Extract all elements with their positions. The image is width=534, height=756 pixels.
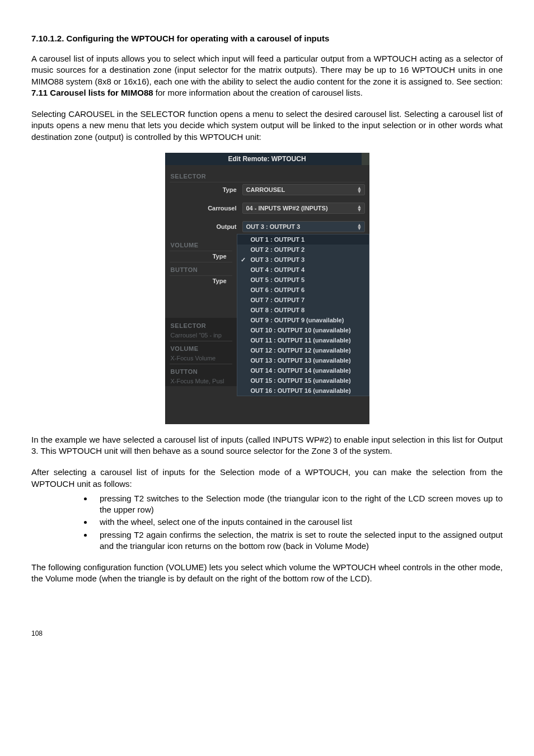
output-combo[interactable]: OUT 3 : OUTPUT 3 ▲▼ xyxy=(242,221,365,232)
p1-text-a: A carousel list of inputs allows you to … xyxy=(31,54,503,86)
p1-crossref: 7.11 Carousel lists for MIMO88 xyxy=(31,88,153,97)
section-head-selector: SELECTOR xyxy=(165,170,369,181)
volume-subtext: X-Focus Volume xyxy=(165,355,232,361)
dialog-titlebar: Edit Remote: WPTOUCH xyxy=(165,153,369,165)
list-item: pressing T2 switches to the Selection mo… xyxy=(93,493,503,516)
updown-icon: ▲▼ xyxy=(357,205,362,212)
dropdown-item[interactable]: OUT 15 : OUTPUT 15 (unavailable) xyxy=(237,375,369,386)
section-head-selector2: SELECTOR xyxy=(165,318,237,331)
type-label-button: Type xyxy=(165,278,232,284)
dropdown-item[interactable]: OUT 2 : OUTPUT 2 xyxy=(237,245,369,255)
paragraph-4: After selecting a carousel list of input… xyxy=(31,467,503,490)
dropdown-item[interactable]: OUT 12 : OUTPUT 12 (unavailable) xyxy=(237,345,369,355)
type-label-volume: Type xyxy=(165,253,232,260)
dropdown-item[interactable]: OUT 9 : OUTPUT 9 (unavailable) xyxy=(237,315,369,325)
dropdown-item[interactable]: OUT 14 : OUTPUT 14 (unavailable) xyxy=(237,365,369,375)
button-subtext: X-Focus Mute, Pusl xyxy=(165,378,232,384)
dropdown-item[interactable]: OUT 10 : OUTPUT 10 (unavailable) xyxy=(237,325,369,335)
dropdown-item[interactable]: OUT 11 : OUTPUT 11 (unavailable) xyxy=(237,335,369,345)
dropdown-item[interactable]: OUT 7 : OUTPUT 7 xyxy=(237,295,369,305)
type-label: Type xyxy=(165,186,242,193)
type-combo[interactable]: CARROUSEL ▲▼ xyxy=(242,184,365,195)
paragraph-1: A carousel list of inputs allows you to … xyxy=(31,53,503,98)
type-value: CARROUSEL xyxy=(246,186,285,193)
dropdown-item[interactable]: OUT 16 : OUTPUT 16 (unavailable) xyxy=(237,386,369,396)
page-number: 108 xyxy=(31,630,503,637)
updown-icon: ▲▼ xyxy=(357,186,362,193)
dropdown-item[interactable]: OUT 4 : OUTPUT 4 xyxy=(237,265,369,275)
dialog-figure: Edit Remote: WPTOUCH SELECTOR Type CARRO… xyxy=(165,153,369,424)
section-heading: 7.10.1.2. Configuring the WPTOUCH for op… xyxy=(31,34,503,43)
paragraph-3: In the example we have selected a carous… xyxy=(31,434,503,457)
output-value: OUT 3 : OUTPUT 3 xyxy=(246,223,301,230)
dropdown-item[interactable]: OUT 6 : OUTPUT 6 xyxy=(237,285,369,295)
dropdown-item[interactable]: OUT 8 : OUTPUT 8 xyxy=(237,305,369,315)
list-item: with the wheel, select one of the inputs… xyxy=(93,516,503,528)
dropdown-item[interactable]: OUT 5 : OUTPUT 5 xyxy=(237,275,369,285)
dropdown-item[interactable]: OUT 1 : OUTPUT 1 xyxy=(237,234,369,245)
carrousel-value: 04 - INPUTS WP#2 (INPUTS) xyxy=(246,205,328,212)
list-item: pressing T2 again confirms the selection… xyxy=(93,529,503,552)
updown-icon: ▲▼ xyxy=(357,223,362,230)
dropdown-item[interactable]: OUT 3 : OUTPUT 3 xyxy=(237,255,369,265)
p1-text-b: for more information about the creation … xyxy=(153,88,363,97)
section-head-button2: BUTTON xyxy=(165,365,237,377)
carrousel-label: Carrousel xyxy=(165,205,242,212)
carrousel-combo[interactable]: 04 - INPUTS WP#2 (INPUTS) ▲▼ xyxy=(242,203,365,214)
section-head-button: BUTTON xyxy=(165,263,237,275)
dialog-title: Edit Remote: WPTOUCH xyxy=(228,155,306,163)
bullet-list: pressing T2 switches to the Selection mo… xyxy=(31,493,503,552)
section-head-volume2: VOLUME xyxy=(165,342,237,354)
output-label: Output xyxy=(165,223,242,230)
paragraph-5: The following configuration function (VO… xyxy=(31,562,503,585)
close-icon[interactable] xyxy=(362,153,369,165)
output-dropdown[interactable]: OUT 1 : OUTPUT 1OUT 2 : OUTPUT 2OUT 3 : … xyxy=(237,234,369,396)
paragraph-2: Selecting CAROUSEL in the SELECTOR funct… xyxy=(31,109,503,143)
section-head-volume: VOLUME xyxy=(165,238,237,250)
selector-subtext: Carrousel "05 - inp xyxy=(165,332,232,339)
dropdown-item[interactable]: OUT 13 : OUTPUT 13 (unavailable) xyxy=(237,355,369,365)
